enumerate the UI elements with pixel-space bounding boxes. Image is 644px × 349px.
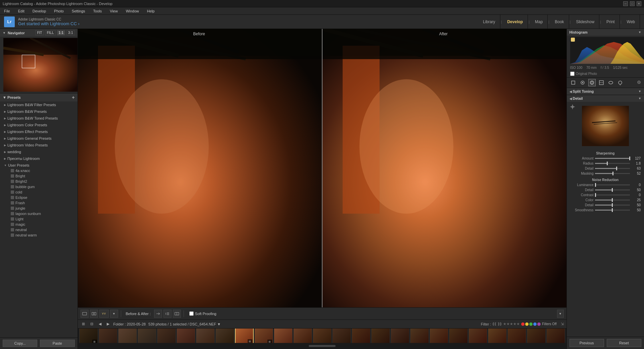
filmstrip-thumb-8[interactable] [215, 329, 234, 343]
restore-button[interactable]: □ [630, 1, 635, 6]
luminance-slider[interactable] [595, 184, 630, 185]
filmstrip-thumb-17[interactable] [391, 329, 409, 343]
filmstrip-thumb-18[interactable] [410, 329, 429, 343]
preset-group-wedding-header[interactable]: ▶ wedding [0, 149, 78, 155]
filmstrip-thumb-24[interactable] [527, 329, 546, 343]
menu-photo[interactable]: Photo [53, 8, 65, 14]
filmstrip-thumb-16[interactable] [371, 329, 390, 343]
smoothness-slider[interactable] [595, 210, 630, 211]
filmstrip-next-btn[interactable]: ▶ [105, 321, 111, 327]
filmstrip-images[interactable]: ⊞ [78, 329, 566, 343]
filmstrip-thumb-1[interactable]: ⊞ [79, 329, 98, 343]
before-photo[interactable] [78, 29, 322, 307]
toolbar-dropdown-btn[interactable]: ▼ [557, 310, 564, 318]
menu-edit[interactable]: Edit [17, 8, 26, 14]
filmstrip-thumb-10[interactable]: ⊞ [254, 329, 273, 343]
filmstrip-thumb-6[interactable] [177, 329, 195, 343]
preset-item-lagoonsunburn[interactable]: lagoon sunburn [0, 211, 78, 216]
star-rating[interactable]: ★★★★★ [503, 322, 520, 326]
preset-group-video-header[interactable]: ▶ Lightroom Video Presets [0, 142, 78, 148]
filmstrip-thumb-20[interactable] [449, 329, 468, 343]
nr-detail-slider[interactable] [595, 189, 630, 190]
menu-settings[interactable]: Settings [70, 8, 87, 14]
preset-item-bright2[interactable]: Bright2 [0, 179, 78, 184]
menu-view[interactable]: View [108, 8, 119, 14]
presets-header[interactable]: ▼ Presets + [0, 93, 78, 101]
redeye-tool[interactable] [588, 79, 596, 86]
zoom-fill[interactable]: FILL [45, 30, 55, 35]
original-photo-checkbox[interactable] [570, 72, 575, 76]
preset-item-bright[interactable]: Bright [0, 173, 78, 179]
color-green[interactable] [529, 322, 533, 326]
radius-value[interactable]: 1.8 [631, 162, 641, 165]
tab-map[interactable]: Map [530, 15, 548, 29]
histogram-header[interactable]: Histogram ▼ [567, 29, 644, 36]
zoom-3-1[interactable]: 3:1 [66, 30, 75, 35]
color-detail-value[interactable]: 50 [631, 203, 641, 207]
crop-tool[interactable] [569, 79, 577, 86]
detail-slider[interactable] [595, 168, 630, 169]
tab-slideshow[interactable]: Slideshow [571, 15, 599, 29]
preset-group-user-header[interactable]: ▼ User Presets [0, 163, 78, 168]
filmstrip-expand-btn[interactable]: ⇲ [561, 322, 564, 326]
filmstrip-thumb-25[interactable] [546, 329, 565, 343]
view-single-btn[interactable] [81, 310, 89, 318]
color-value[interactable]: 25 [631, 198, 641, 202]
radius-slider[interactable] [595, 163, 630, 164]
color-purple[interactable] [537, 322, 541, 326]
filmstrip-scrollbar[interactable] [309, 345, 336, 347]
view-beforeafter-btn[interactable]: YY [99, 310, 109, 318]
swap-btn[interactable] [154, 310, 162, 318]
detail-header[interactable]: ◀ Detail ▼ [567, 95, 644, 102]
split-toning-header[interactable]: ◀ Split Toning ▼ [567, 88, 644, 95]
tab-library[interactable]: Library [478, 15, 500, 29]
detail-crosshair[interactable] [570, 104, 575, 110]
color-blue[interactable] [533, 322, 537, 326]
view-split-btn[interactable] [90, 310, 98, 318]
color-detail-slider[interactable] [595, 205, 630, 206]
filmstrip-thumb-14[interactable] [332, 329, 351, 343]
filmstrip-thumb-5[interactable] [157, 329, 176, 343]
filmstrip-thumb-21[interactable] [468, 329, 487, 343]
color-red[interactable] [521, 322, 525, 326]
copy-settings-btn[interactable] [163, 310, 171, 318]
filmstrip-thumb-23[interactable] [507, 329, 526, 343]
filmstrip-thumb-3[interactable] [118, 329, 137, 343]
smoothness-value[interactable]: 50 [631, 208, 641, 212]
nr-detail-value[interactable]: 50 [631, 188, 641, 192]
reset-button[interactable]: Reset [607, 339, 641, 347]
histogram-clipping-indicator[interactable] [571, 38, 575, 42]
filmstrip-thumb-selected[interactable]: ⊞ [235, 329, 254, 343]
filmstrip-prev-btn[interactable]: ◀ [97, 321, 103, 327]
zoom-1-1[interactable]: 1:1 [57, 30, 65, 35]
image-divider[interactable] [322, 29, 323, 307]
amount-value[interactable]: 127 [631, 157, 641, 160]
preset-group-general-header[interactable]: ▶ Lightroom General Presets [0, 136, 78, 141]
preset-item-jungle[interactable]: jungle [0, 206, 78, 211]
filmstrip-thumb-13[interactable] [313, 329, 332, 343]
tab-book[interactable]: Book [550, 15, 569, 29]
tab-web[interactable]: Web [622, 15, 640, 29]
paste-button[interactable]: Paste [40, 340, 75, 347]
menu-window[interactable]: Window [125, 8, 140, 14]
preset-item-neutralwarm[interactable]: neutral warm [0, 232, 78, 238]
preset-group-cyrillic-header[interactable]: ▶ Пресеты Lightroom [0, 156, 78, 161]
filmstrip-thumb-22[interactable] [488, 329, 507, 343]
filmstrip-thumb-2[interactable] [99, 329, 117, 343]
color-yellow[interactable] [525, 322, 529, 326]
filmstrip-thumb-19[interactable] [430, 329, 448, 343]
preset-group-bw-header[interactable]: ▶ Lightroom B&W Presets [0, 109, 78, 114]
histogram-collapse[interactable]: ▼ [638, 31, 641, 34]
menu-file[interactable]: File [3, 8, 11, 14]
view-dropdown[interactable]: ▼ [110, 310, 118, 318]
preset-item-4aklass[interactable]: 4а класс [0, 168, 78, 173]
preset-item-frash[interactable]: Frash [0, 200, 78, 206]
zoom-fit[interactable]: FIT [35, 30, 44, 35]
filter-arrows2[interactable]: ⟫⟫ [498, 322, 502, 326]
preset-item-neutral[interactable]: neutral [0, 227, 78, 232]
preset-group-color-header[interactable]: ▶ Lightroom Color Presets [0, 122, 78, 128]
filmstrip-thumb-4[interactable] [138, 329, 156, 343]
presets-add-btn[interactable]: + [72, 95, 75, 100]
filters-off-label[interactable]: Filters Off [542, 322, 556, 326]
contrast-value[interactable]: 0 [631, 193, 641, 197]
